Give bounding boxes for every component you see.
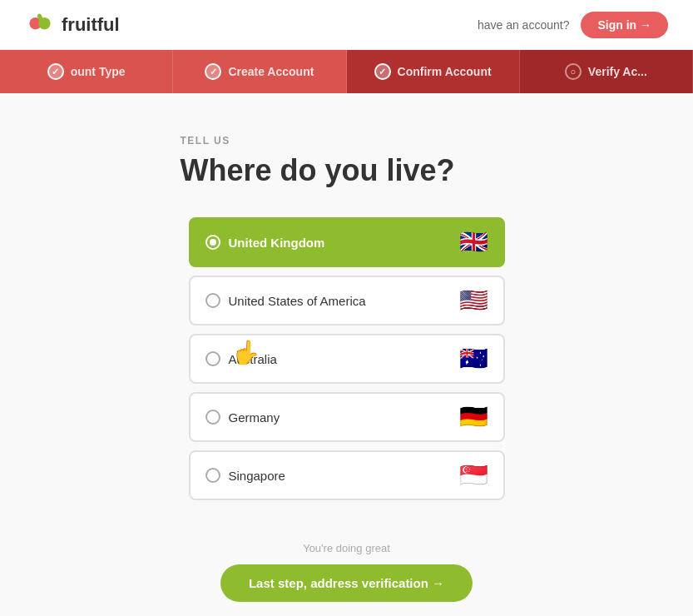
step-icon-account-type: ✓	[47, 63, 64, 80]
step-icon-verify-account: ○	[565, 63, 582, 80]
step-account-type[interactable]: ✓ ount Type	[0, 50, 173, 93]
radio-usa	[205, 293, 220, 308]
country-option-au[interactable]: Australia 🇦🇺	[189, 334, 505, 384]
country-name-de: Germany	[229, 410, 280, 425]
country-option-uk[interactable]: United Kingdom 🇬🇧	[189, 217, 505, 267]
next-step-button[interactable]: Last step, address verification →	[220, 564, 473, 602]
flag-sg: 🇸🇬	[459, 464, 488, 487]
have-account-text: have an account?	[478, 18, 570, 32]
step-label-account-type: ount Type	[71, 65, 126, 78]
header-right: have an account? Sign in →	[478, 12, 668, 38]
country-option-de[interactable]: Germany 🇩🇪	[189, 392, 505, 442]
flag-uk: 🇬🇧	[459, 231, 488, 254]
bottom-section: You're doing great Last step, address ve…	[220, 542, 473, 616]
logo-text: fruitful	[62, 14, 120, 36]
progress-bar: ✓ ount Type ✓ Create Account ✓ Confirm A…	[0, 50, 693, 93]
country-name-sg: Singapore	[229, 469, 285, 483]
flag-usa: 🇺🇸	[459, 289, 488, 312]
logo: fruitful	[25, 10, 120, 40]
step-verify-account[interactable]: ○ Verify Ac...	[520, 50, 693, 93]
step-icon-create-account: ✓	[205, 63, 221, 80]
country-left-de: Germany	[205, 410, 280, 425]
flag-au: 🇦🇺	[459, 347, 488, 370]
step-confirm-account[interactable]: ✓ Confirm Account	[347, 50, 520, 93]
country-option-sg[interactable]: Singapore 🇸🇬	[189, 450, 505, 500]
tell-us-label: TELL US	[181, 135, 230, 147]
country-option-usa[interactable]: United States of America 🇺🇸	[189, 276, 505, 325]
radio-sg	[205, 468, 220, 483]
country-name-au: Australia	[229, 352, 277, 366]
country-list: United Kingdom 🇬🇧 United States of Ameri…	[189, 217, 505, 500]
radio-au	[205, 351, 220, 366]
main-content: TELL US Where do you live? United Kingdo…	[0, 93, 693, 616]
flag-de: 🇩🇪	[459, 405, 488, 429]
country-left-au: Australia	[205, 351, 277, 366]
step-label-confirm-account: Confirm Account	[398, 65, 492, 78]
step-label-verify-account: Verify Ac...	[588, 65, 647, 78]
step-label-create-account: Create Account	[228, 65, 314, 78]
country-name-uk: United Kingdom	[229, 236, 325, 250]
sign-in-button[interactable]: Sign in →	[581, 12, 668, 38]
radio-de	[205, 410, 220, 425]
country-left-uk: United Kingdom	[205, 235, 325, 250]
country-left-sg: Singapore	[205, 468, 285, 483]
country-name-usa: United States of America	[229, 294, 366, 308]
radio-uk	[205, 235, 220, 250]
step-create-account[interactable]: ✓ Create Account	[173, 50, 346, 93]
country-left-usa: United States of America	[205, 293, 366, 308]
step-icon-confirm-account: ✓	[374, 63, 391, 80]
fruitful-logo-icon	[25, 10, 55, 40]
doing-great-text: You're doing great	[303, 542, 390, 554]
header: fruitful have an account? Sign in →	[0, 0, 693, 50]
page-title: Where do you live?	[181, 153, 455, 188]
